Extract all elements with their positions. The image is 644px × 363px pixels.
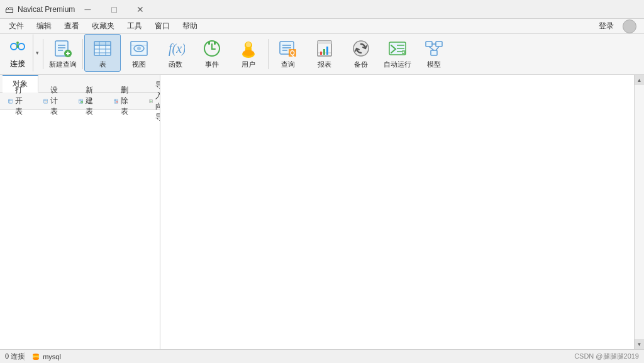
new-table-button[interactable]: 新建表 — [73, 82, 103, 120]
watermark: CSDN @腿腿腿2019 — [574, 352, 639, 361]
report-label: 报表 — [318, 60, 331, 69]
svg-rect-55 — [431, 50, 437, 55]
right-scrollbar: ▲ ▼ — [634, 75, 644, 349]
menu-help[interactable]: 帮助 — [176, 19, 204, 34]
delete-table-icon — [114, 97, 118, 106]
function-label: 函数 — [169, 60, 182, 69]
maximize-button[interactable]: □ — [101, 0, 126, 19]
login-button[interactable]: 登录 — [592, 19, 620, 34]
import-wizard-icon — [149, 97, 153, 106]
menu-tools[interactable]: 工具 — [121, 19, 148, 34]
svg-point-1 — [18, 43, 25, 50]
svg-point-4 — [16, 42, 19, 44]
model-label: 模型 — [427, 60, 441, 69]
model-button[interactable]: 模型 — [416, 34, 452, 72]
mysql-icon — [31, 352, 40, 361]
query-button[interactable]: Q 查询 — [270, 34, 306, 72]
model-icon — [424, 38, 444, 59]
minimize-button[interactable]: ─ — [75, 0, 100, 19]
menu-view[interactable]: 查看 — [58, 19, 86, 34]
sidebar: 对象 打开表 设计表 — [0, 75, 160, 349]
report-button[interactable]: 报表 — [306, 34, 343, 72]
close-button[interactable]: ✕ — [128, 0, 153, 19]
query-icon: Q — [278, 38, 298, 59]
svg-rect-53 — [426, 42, 432, 47]
function-icon: f(x) — [165, 38, 186, 59]
auto-run-label: 自动运行 — [384, 60, 411, 69]
backup-button[interactable]: 备份 — [343, 34, 379, 72]
table-button[interactable]: 表 — [84, 34, 121, 72]
view-label: 视图 — [132, 60, 146, 69]
design-table-button[interactable]: 设计表 — [38, 82, 68, 120]
separator-2 — [82, 39, 83, 69]
auto-run-icon — [387, 38, 408, 59]
design-table-icon — [43, 97, 48, 106]
scroll-down-button[interactable]: ▼ — [635, 339, 645, 349]
svg-point-0 — [11, 43, 17, 50]
delete-table-button[interactable]: 删除表 — [108, 82, 138, 120]
function-button[interactable]: f(x) 函数 — [157, 34, 194, 72]
view-icon — [129, 38, 149, 59]
svg-rect-40 — [320, 52, 322, 55]
table-icon — [92, 38, 113, 59]
svg-rect-19 — [94, 42, 111, 45]
event-button[interactable]: 事件 — [194, 34, 230, 72]
svg-line-58 — [436, 47, 439, 50]
svg-point-45 — [353, 41, 369, 56]
database-status: mysql — [25, 352, 67, 361]
user-icon — [238, 38, 258, 59]
event-label: 事件 — [205, 60, 219, 69]
open-table-button[interactable]: 打开表 — [3, 82, 33, 120]
scroll-up-button[interactable]: ▲ — [635, 75, 645, 85]
svg-rect-26 — [208, 42, 210, 45]
menu-window[interactable]: 窗口 — [148, 19, 176, 34]
svg-text:Q: Q — [290, 50, 295, 57]
toolbar: 连接 ▾ 新建查询 — [0, 34, 644, 75]
report-icon — [314, 38, 335, 59]
new-query-icon — [53, 38, 73, 59]
user-label: 用户 — [242, 60, 255, 69]
window-controls: ─ □ ✕ — [75, 0, 153, 19]
separator-3 — [268, 39, 269, 69]
new-table-icon — [79, 97, 83, 106]
content-area — [160, 75, 634, 349]
user-button[interactable]: 用户 — [230, 34, 267, 72]
scrollbar-track[interactable] — [635, 85, 645, 339]
event-icon — [202, 38, 222, 59]
svg-rect-41 — [323, 49, 325, 55]
table-label: 表 — [99, 60, 106, 69]
backup-icon — [351, 38, 371, 59]
menu-edit[interactable]: 编辑 — [30, 19, 58, 34]
connect-button-group: 连接 ▾ — [3, 34, 42, 74]
new-query-button[interactable]: 新建查询 — [45, 34, 81, 72]
svg-text:f(x): f(x) — [169, 42, 185, 56]
svg-point-3 — [16, 45, 19, 48]
menu-favorites[interactable]: 收藏夹 — [86, 19, 121, 34]
svg-rect-42 — [326, 47, 328, 55]
svg-line-57 — [429, 47, 434, 50]
view-button[interactable]: 视图 — [121, 34, 157, 72]
svg-line-65 — [47, 101, 47, 102]
import-wizard-button[interactable]: 导入向导 — [143, 77, 160, 125]
action-bar: 打开表 设计表 — [0, 92, 160, 110]
connect-icon — [9, 38, 26, 57]
app-title: Navicat Premium — [18, 5, 75, 14]
new-query-label: 新建查询 — [49, 60, 77, 69]
svg-rect-59 — [9, 99, 13, 103]
svg-point-85 — [33, 357, 39, 360]
svg-point-30 — [246, 42, 251, 47]
svg-rect-54 — [436, 42, 442, 47]
svg-point-32 — [243, 50, 254, 56]
title-bar: 🗃 Navicat Premium ─ □ ✕ — [0, 0, 644, 19]
connect-button[interactable]: 连接 — [3, 34, 33, 72]
svg-rect-44 — [318, 41, 331, 44]
auto-run-button[interactable]: 自动运行 — [379, 34, 416, 72]
query-label: 查询 — [281, 60, 295, 69]
connect-dropdown-arrow[interactable]: ▾ — [33, 34, 42, 72]
svg-rect-62 — [44, 99, 48, 103]
menu-bar: 文件 编辑 查看 收藏夹 工具 窗口 帮助 登录 — [0, 19, 644, 34]
svg-rect-27 — [214, 42, 216, 45]
separator-1 — [43, 39, 43, 69]
menu-file[interactable]: 文件 — [3, 19, 30, 34]
svg-point-22 — [137, 47, 141, 50]
